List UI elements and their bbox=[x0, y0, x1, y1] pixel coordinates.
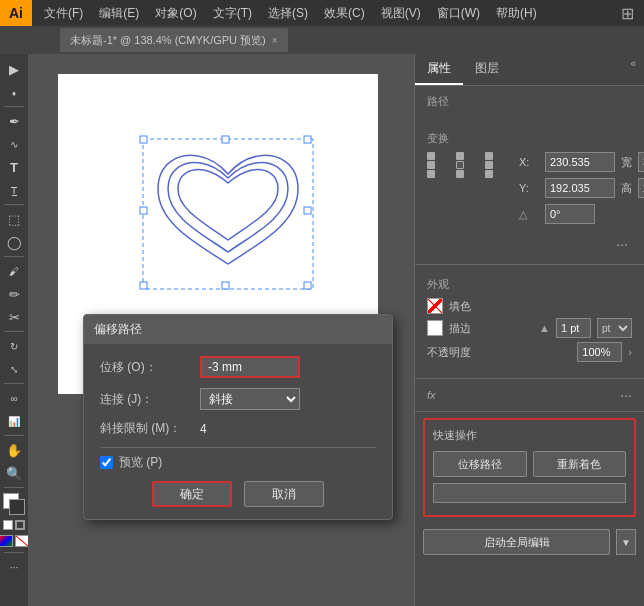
opacity-label: 不透明度 bbox=[427, 345, 471, 360]
tab-bar: 未标题-1* @ 138.4% (CMYK/GPU 预览) × bbox=[0, 26, 644, 54]
scissors-tool[interactable]: ✂ bbox=[2, 306, 26, 328]
zoom-tool[interactable]: 🔍 bbox=[2, 462, 26, 484]
ref-bl[interactable] bbox=[427, 170, 435, 178]
ok-button[interactable]: 确定 bbox=[152, 481, 232, 507]
width-input[interactable] bbox=[638, 152, 644, 172]
pen-tool[interactable]: ✒ bbox=[2, 110, 26, 132]
stroke-unit-select[interactable]: pt bbox=[597, 318, 632, 338]
offset-row: 位移 (O)： bbox=[100, 356, 376, 378]
rect-tool[interactable]: ⬚ bbox=[2, 208, 26, 230]
rotate-tool[interactable]: ↻ bbox=[2, 335, 26, 357]
hand-tool[interactable]: ✋ bbox=[2, 439, 26, 461]
fx-more-button[interactable]: ··· bbox=[620, 387, 632, 403]
more-tools[interactable]: ··· bbox=[2, 556, 26, 578]
svg-rect-2 bbox=[222, 136, 229, 143]
svg-rect-0 bbox=[143, 139, 313, 289]
angle-row: △ ⇄ ⇅ bbox=[519, 204, 644, 224]
fill-swatch[interactable] bbox=[427, 298, 443, 314]
panel-collapse-button[interactable]: « bbox=[622, 54, 644, 85]
preview-checkbox[interactable] bbox=[100, 456, 113, 469]
blend-tool[interactable]: ∞ bbox=[2, 387, 26, 409]
left-toolbar: ▶ ⬧ ✒ ∿ T T̲ ⬚ ◯ 🖌 ✏ ✂ ↻ ⤡ ∞ 📊 ✋ 🔍 bbox=[0, 54, 28, 606]
direct-select-tool[interactable]: ⬧ bbox=[2, 81, 26, 103]
tool-separator-1 bbox=[4, 106, 24, 107]
ref-bc[interactable] bbox=[456, 170, 464, 178]
document-tab[interactable]: 未标题-1* @ 138.4% (CMYK/GPU 预览) × bbox=[60, 28, 288, 52]
join-row: 连接 (J)： 斜接 圆角 斜角 bbox=[100, 388, 376, 410]
fill-row: 填色 bbox=[427, 298, 632, 314]
join-select[interactable]: 斜接 圆角 斜角 bbox=[200, 388, 300, 410]
menu-select[interactable]: 选择(S) bbox=[260, 0, 316, 26]
start-global-edit-button[interactable]: 启动全局编辑 bbox=[423, 529, 610, 555]
angle-input[interactable] bbox=[545, 204, 595, 224]
menu-edit[interactable]: 编辑(E) bbox=[91, 0, 147, 26]
recolor-button[interactable]: 重新着色 bbox=[533, 451, 627, 477]
svg-rect-7 bbox=[140, 282, 147, 289]
stroke-width-input[interactable] bbox=[556, 318, 591, 338]
canvas-area[interactable]: 偏移路径 位移 (O)： 连接 (J)： 斜接 圆角 斜角 斜接限制 (M)： bbox=[28, 54, 414, 606]
column-graph-tool[interactable]: 📊 bbox=[2, 410, 26, 432]
offset-input[interactable] bbox=[200, 356, 300, 378]
title-bar: Ai 文件(F) 编辑(E) 对象(O) 文字(T) 选择(S) 效果(C) 视… bbox=[0, 0, 644, 26]
transform-section: 变换 X: 宽 bbox=[415, 123, 644, 260]
quick-action-buttons: 位移路径 重新着色 bbox=[433, 451, 626, 477]
menu-effect[interactable]: 效果(C) bbox=[316, 0, 373, 26]
tab-properties[interactable]: 属性 bbox=[415, 54, 463, 85]
ref-center[interactable] bbox=[456, 161, 464, 169]
none-button[interactable] bbox=[15, 535, 29, 547]
ref-mr[interactable] bbox=[485, 161, 493, 169]
opacity-more-button[interactable]: › bbox=[628, 346, 632, 358]
ref-tr[interactable] bbox=[485, 152, 493, 160]
curvature-tool[interactable]: ∿ bbox=[2, 133, 26, 155]
preview-row: 预览 (P) bbox=[100, 454, 376, 471]
offset-path-button[interactable]: 位移路径 bbox=[433, 451, 527, 477]
svg-rect-8 bbox=[140, 207, 147, 214]
paintbrush-tool[interactable]: 🖌 bbox=[2, 260, 26, 282]
scale-tool[interactable]: ⤡ bbox=[2, 358, 26, 380]
opacity-input[interactable] bbox=[577, 342, 622, 362]
ellipse-tool[interactable]: ◯ bbox=[2, 231, 26, 253]
global-edit-row: 启动全局编辑 ▼ bbox=[415, 523, 644, 561]
select-tool[interactable]: ▶ bbox=[2, 58, 26, 80]
quick-actions-title: 快速操作 bbox=[433, 428, 626, 443]
stroke-swatch[interactable] bbox=[427, 320, 443, 336]
ref-tc[interactable] bbox=[456, 152, 464, 160]
offset-dialog-title-bar[interactable]: 偏移路径 bbox=[84, 315, 392, 344]
fill-color[interactable] bbox=[3, 493, 25, 515]
fill-mode-button[interactable] bbox=[3, 520, 13, 530]
quick-actions-search[interactable] bbox=[433, 483, 626, 503]
menu-help[interactable]: 帮助(H) bbox=[488, 0, 545, 26]
x-input[interactable] bbox=[545, 152, 615, 172]
menu-object[interactable]: 对象(O) bbox=[147, 0, 204, 26]
tool-separator-4 bbox=[4, 331, 24, 332]
type-tool[interactable]: T bbox=[2, 156, 26, 178]
ref-tl[interactable] bbox=[427, 152, 435, 160]
more-options-button[interactable]: ··· bbox=[616, 236, 628, 252]
cancel-button[interactable]: 取消 bbox=[244, 481, 324, 507]
path-section: 路径 bbox=[415, 86, 644, 123]
stroke-label: 描边 bbox=[449, 321, 471, 336]
global-edit-dropdown[interactable]: ▼ bbox=[616, 529, 636, 555]
menu-window[interactable]: 窗口(W) bbox=[429, 0, 488, 26]
miter-label: 斜接限制 (M)： bbox=[100, 420, 200, 437]
ref-ml[interactable] bbox=[427, 161, 435, 169]
stroke-mode-button[interactable] bbox=[15, 520, 25, 530]
panel-tabs: 属性 图层 « bbox=[415, 54, 644, 86]
tab-layers[interactable]: 图层 bbox=[463, 54, 511, 85]
transform-reference-grid[interactable] bbox=[427, 152, 513, 178]
pencil-tool[interactable]: ✏ bbox=[2, 283, 26, 305]
tab-close-button[interactable]: × bbox=[272, 35, 278, 46]
stroke-up-icon[interactable]: ▲ bbox=[539, 322, 550, 334]
ref-br[interactable] bbox=[485, 170, 493, 178]
angle-icon: △ bbox=[519, 208, 539, 221]
menu-view[interactable]: 视图(V) bbox=[373, 0, 429, 26]
touch-type-tool[interactable]: T̲ bbox=[2, 179, 26, 201]
y-input[interactable] bbox=[545, 178, 615, 198]
menu-file[interactable]: 文件(F) bbox=[36, 0, 91, 26]
layout-icon[interactable]: ⊞ bbox=[617, 4, 638, 23]
color-button[interactable] bbox=[0, 535, 13, 547]
height-input[interactable] bbox=[638, 178, 644, 198]
preview-label: 预览 (P) bbox=[119, 454, 162, 471]
menu-text[interactable]: 文字(T) bbox=[205, 0, 260, 26]
right-panel: 属性 图层 « 路径 变换 bbox=[414, 54, 644, 606]
